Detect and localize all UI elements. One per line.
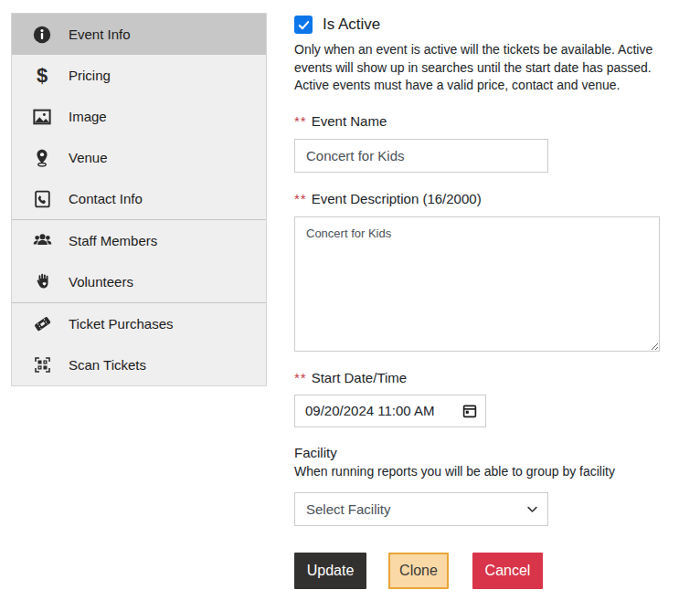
sidebar-item-ticket-purchases[interactable]: Ticket Purchases <box>12 303 266 344</box>
sidebar-item-label: Venue <box>69 150 108 165</box>
start-datetime-label: **Start Date/Time <box>294 370 660 386</box>
is-active-label: Is Active <box>323 16 380 34</box>
sidebar-item-staff-members[interactable]: Staff Members <box>12 220 266 261</box>
event-info-form: Is Active Only when an event is active w… <box>294 15 660 589</box>
required-marker: ** <box>294 191 307 206</box>
required-marker: ** <box>294 370 307 385</box>
event-settings-sidebar: Event Info $ Pricing Image Venue Contact… <box>11 13 267 386</box>
is-active-row: Is Active <box>294 15 660 35</box>
sidebar-item-label: Image <box>69 109 107 124</box>
cancel-button[interactable]: Cancel <box>472 553 543 589</box>
qr-code-icon <box>31 354 53 376</box>
facility-help-text: When running reports you will be able to… <box>294 464 660 480</box>
sidebar-item-image[interactable]: Image <box>12 96 266 137</box>
form-actions: Update Clone Cancel <box>294 553 660 589</box>
sidebar-item-venue[interactable]: Venue <box>12 137 266 178</box>
location-pin-icon <box>31 147 53 169</box>
sidebar-item-event-info[interactable]: Event Info <box>12 14 266 55</box>
start-datetime-input[interactable] <box>294 395 486 427</box>
sidebar-group-event: Event Info $ Pricing Image Venue Contact… <box>12 14 266 219</box>
sidebar-item-scan-tickets[interactable]: Scan Tickets <box>12 344 266 385</box>
sidebar-item-label: Ticket Purchases <box>69 316 174 332</box>
event-name-input[interactable] <box>294 139 548 173</box>
required-marker: ** <box>294 113 307 129</box>
ticket-icon <box>31 313 53 335</box>
start-datetime-field <box>294 395 486 427</box>
sidebar-group-tickets: Ticket Purchases Scan Tickets <box>12 302 266 385</box>
event-description-label: **Event Description (16/2000) <box>294 191 660 207</box>
checkmark-icon <box>297 18 311 32</box>
calendar-icon[interactable] <box>461 403 478 423</box>
facility-select-wrap: Select Facility <box>294 492 548 526</box>
sidebar-item-label: Pricing <box>69 68 111 83</box>
event-name-label: **Event Name <box>294 113 660 130</box>
clone-button[interactable]: Clone <box>388 553 449 589</box>
people-icon <box>31 230 53 252</box>
update-button[interactable]: Update <box>294 553 366 589</box>
dollar-icon: $ <box>31 65 53 87</box>
sidebar-item-pricing[interactable]: $ Pricing <box>12 55 266 96</box>
sidebar-item-label: Volunteers <box>69 274 133 290</box>
sidebar-item-label: Staff Members <box>69 233 157 248</box>
info-icon <box>31 24 53 46</box>
sidebar-item-label: Contact Info <box>69 191 143 206</box>
image-icon <box>31 106 53 128</box>
event-description-textarea[interactable]: Concert for Kids <box>294 216 660 352</box>
is-active-checkbox[interactable] <box>294 16 313 34</box>
sidebar-group-staff: Staff Members Volunteers <box>12 219 266 302</box>
sidebar-item-label: Event Info <box>69 26 131 42</box>
is-active-help-text: Only when an event is active will the ti… <box>294 41 654 95</box>
facility-label: Facility <box>294 445 660 461</box>
sidebar-item-volunteers[interactable]: Volunteers <box>12 261 266 302</box>
facility-select[interactable]: Select Facility <box>294 492 548 526</box>
sidebar-item-label: Scan Tickets <box>69 357 146 373</box>
sidebar-item-contact-info[interactable]: Contact Info <box>12 178 266 219</box>
contact-book-icon <box>31 188 53 210</box>
hand-heart-icon <box>31 271 53 293</box>
